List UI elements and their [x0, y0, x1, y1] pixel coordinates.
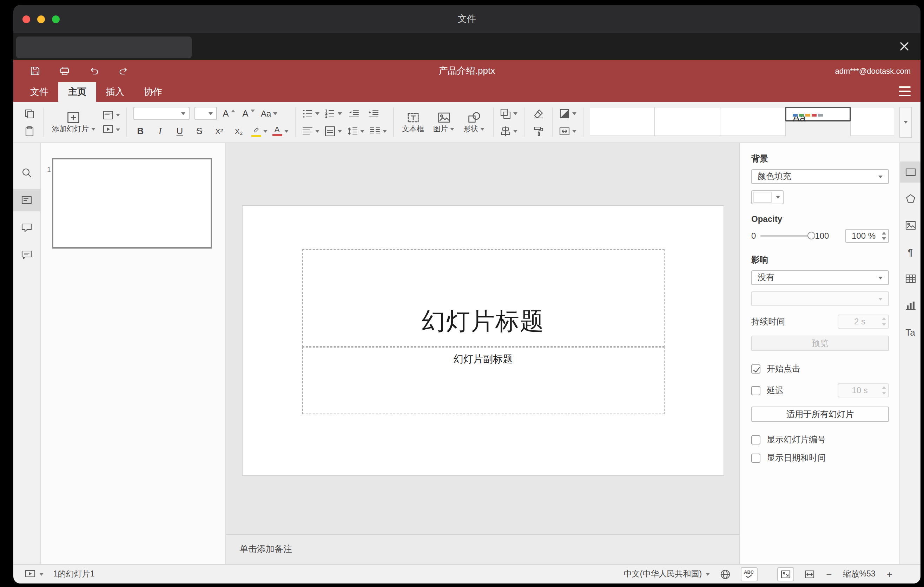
- fit-to-width-button[interactable]: [804, 569, 815, 580]
- minimize-traffic-light[interactable]: [37, 15, 45, 23]
- preview-button[interactable]: 预览: [751, 336, 889, 351]
- table-settings-button[interactable]: [900, 268, 921, 289]
- font-color-button[interactable]: A: [272, 124, 288, 139]
- add-slide-button[interactable]: 添加幻灯片: [50, 109, 97, 135]
- copy-button[interactable]: [22, 106, 36, 121]
- font-size-combo[interactable]: [194, 107, 216, 120]
- subscript-button[interactable]: X₂: [231, 124, 246, 139]
- italic-button[interactable]: I: [153, 124, 167, 139]
- apply-to-all-slides-button[interactable]: 适用于所有幻灯片: [751, 407, 889, 422]
- redo-button[interactable]: [117, 64, 130, 77]
- theme-item[interactable]: [654, 107, 720, 136]
- set-language-button[interactable]: [719, 569, 731, 580]
- tab-home[interactable]: 主页: [58, 82, 96, 102]
- numbered-list-button[interactable]: [324, 106, 342, 121]
- title-placeholder[interactable]: 幻灯片标题: [302, 249, 664, 347]
- shape-settings-button[interactable]: [900, 188, 921, 209]
- line-spacing-button[interactable]: [346, 124, 364, 139]
- theme-item[interactable]: [720, 107, 786, 136]
- fit-to-slide-button[interactable]: [777, 567, 794, 581]
- fill-color-swatch-select[interactable]: [751, 190, 784, 204]
- close-icon[interactable]: [899, 41, 910, 52]
- strikethrough-button[interactable]: S: [192, 124, 207, 139]
- arrange-shape-button[interactable]: [500, 106, 518, 121]
- chevron-down-icon: [705, 572, 710, 575]
- slide-settings-button[interactable]: [900, 162, 921, 183]
- copy-style-button[interactable]: [531, 124, 546, 139]
- insert-image-button[interactable]: 图片: [431, 109, 456, 135]
- duration-spinbox[interactable]: 2 s: [838, 315, 889, 329]
- show-slide-number-checkbox[interactable]: [751, 435, 761, 444]
- chevron-down-icon: [39, 572, 43, 575]
- search-button[interactable]: [13, 162, 40, 184]
- clear-style-button[interactable]: [531, 106, 546, 121]
- zoom-traffic-light[interactable]: [52, 15, 60, 23]
- transition-variant-select[interactable]: [751, 292, 889, 306]
- decrease-font-button[interactable]: A: [241, 106, 256, 121]
- show-date-time-checkbox[interactable]: [751, 453, 761, 463]
- save-button[interactable]: [29, 64, 41, 77]
- spellcheck-button[interactable]: ABC: [741, 567, 757, 581]
- tab-insert[interactable]: 插入: [96, 82, 134, 102]
- bullet-list-button[interactable]: [302, 106, 319, 121]
- color-scheme-button[interactable]: [559, 106, 576, 121]
- undo-button[interactable]: [88, 64, 101, 77]
- increase-font-button[interactable]: A: [221, 106, 236, 121]
- start-on-click-checkbox[interactable]: [751, 364, 761, 374]
- highlight-color-button[interactable]: [251, 124, 267, 139]
- tab-collaboration[interactable]: 协作: [134, 82, 172, 102]
- opacity-slider[interactable]: [760, 235, 810, 237]
- delay-checkbox[interactable]: [751, 386, 761, 395]
- theme-item[interactable]: [590, 107, 655, 136]
- start-slideshow-button[interactable]: [102, 122, 120, 137]
- vertical-align-button[interactable]: [324, 124, 342, 139]
- text-art-settings-button[interactable]: Ta: [900, 322, 921, 343]
- align-shape-button[interactable]: [500, 124, 518, 139]
- close-traffic-light[interactable]: [23, 15, 30, 23]
- tab-file[interactable]: 文件: [20, 82, 58, 102]
- theme-gallery-expand-button[interactable]: [899, 107, 912, 138]
- spinner-arrows[interactable]: [882, 232, 886, 240]
- slide-canvas[interactable]: 幻灯片标题 幻灯片副标题: [226, 143, 739, 534]
- columns-button[interactable]: [369, 124, 386, 139]
- feedback-button[interactable]: [13, 244, 40, 266]
- insert-textbox-button[interactable]: 文本框: [400, 109, 426, 135]
- superscript-button[interactable]: X²: [212, 124, 226, 139]
- slides-panel-button[interactable]: [13, 189, 40, 211]
- chart-settings-button[interactable]: [900, 295, 921, 316]
- slide-thumbnail[interactable]: [52, 158, 212, 249]
- zoom-level-label[interactable]: 缩放%53: [843, 569, 876, 579]
- paste-button[interactable]: [22, 124, 36, 139]
- change-case-button[interactable]: Aa: [261, 106, 277, 121]
- decrease-indent-button[interactable]: [346, 106, 361, 121]
- delay-spinbox[interactable]: 10 s: [838, 383, 889, 397]
- insert-shape-button[interactable]: 形状: [461, 109, 487, 135]
- slide-layout-button[interactable]: [102, 107, 120, 122]
- opacity-slider-handle[interactable]: [807, 232, 815, 239]
- image-label: 图片: [433, 124, 448, 134]
- slide[interactable]: 幻灯片标题 幻灯片副标题: [241, 205, 724, 476]
- print-button[interactable]: [58, 64, 71, 77]
- font-name-combo[interactable]: [133, 107, 189, 120]
- fill-type-select[interactable]: 颜色填充: [751, 169, 889, 184]
- bold-button[interactable]: B: [133, 124, 148, 139]
- chevron-down-icon: [315, 130, 319, 132]
- start-slideshow-status-button[interactable]: [25, 569, 43, 580]
- subtitle-placeholder[interactable]: 幻灯片副标题: [302, 347, 664, 414]
- zoom-out-button[interactable]: −: [825, 569, 833, 580]
- transition-effect-select[interactable]: 没有: [751, 270, 889, 285]
- hamburger-menu-icon[interactable]: [899, 86, 911, 96]
- underline-button[interactable]: U: [172, 124, 187, 139]
- theme-item[interactable]: [850, 107, 894, 136]
- slide-size-button[interactable]: [559, 124, 576, 139]
- image-settings-button[interactable]: [900, 215, 921, 236]
- zoom-in-button[interactable]: +: [885, 569, 894, 580]
- horizontal-align-button[interactable]: [302, 124, 319, 139]
- theme-item-selected[interactable]: Aa: [785, 107, 851, 122]
- increase-indent-button[interactable]: [366, 106, 381, 121]
- notes-area[interactable]: 单击添加备注: [226, 534, 739, 564]
- opacity-spinbox[interactable]: 100 %: [845, 229, 889, 243]
- comments-button[interactable]: [13, 216, 40, 239]
- paragraph-settings-button[interactable]: ¶: [900, 242, 921, 262]
- language-select[interactable]: 中文(中华人民共和国): [624, 569, 710, 579]
